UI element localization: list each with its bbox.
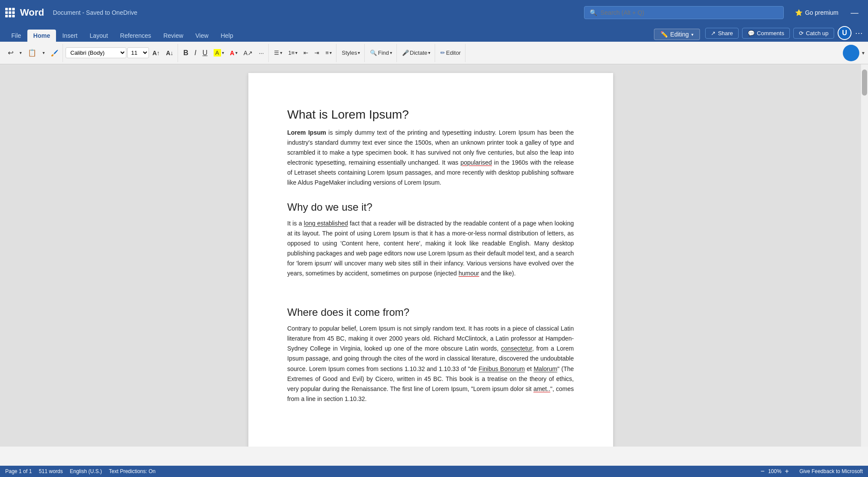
search-input[interactable] — [601, 9, 778, 16]
document-area: What is Lorem Ipsum? Lorem Ipsum is simp… — [0, 64, 868, 447]
dictate-button[interactable]: 🎤 Dictate ▾ — [399, 48, 433, 58]
catchup-button[interactable]: ⟳ Catch up — [793, 28, 834, 39]
bold-button[interactable]: B — [181, 47, 191, 59]
ribbon-tabs: File Home Insert Layout References Revie… — [0, 25, 868, 42]
text-effects-button[interactable]: A↗ — [241, 48, 255, 58]
font-name-select[interactable]: Calibri (Body) — [66, 47, 126, 58]
language: English (U.S.) — [70, 468, 102, 474]
search-box[interactable]: 🔍 — [584, 6, 784, 19]
tab-layout[interactable]: Layout — [83, 30, 114, 42]
tab-references[interactable]: References — [114, 30, 158, 42]
font-color-button[interactable]: A▾ — [228, 48, 240, 58]
doc-title: Document - Saved to OneDrive — [53, 9, 584, 16]
editor-button[interactable]: ✏ Editor — [438, 48, 463, 58]
bullets-button[interactable]: ☰▾ — [271, 48, 285, 58]
outdent-button[interactable]: ⇤ — [301, 48, 311, 58]
find-button[interactable]: 🔍 Find ▾ — [367, 48, 394, 58]
zoom-in-button[interactable]: + — [785, 467, 789, 475]
tab-review[interactable]: Review — [157, 30, 189, 42]
crown-icon: ⭐ — [795, 9, 802, 16]
paste-dropdown[interactable]: ▾ — [40, 49, 47, 57]
highlight-button[interactable]: A▾ — [211, 47, 227, 58]
align-button[interactable]: ≡▾ — [323, 48, 334, 58]
scrollbar-thumb[interactable] — [862, 70, 867, 96]
increase-font-button[interactable]: A↑ — [150, 48, 162, 58]
italic-button[interactable]: I — [192, 47, 199, 59]
lorem-ipsum-bold: Lorem Ipsum — [287, 129, 326, 136]
para-why: It is a long established fact that a rea… — [287, 219, 574, 279]
tab-insert[interactable]: Insert — [56, 30, 83, 42]
chevron-down-icon: ▾ — [691, 32, 693, 37]
editing-button[interactable]: ✏️ Editing ▾ — [654, 29, 700, 40]
underline-button[interactable]: U — [200, 47, 210, 59]
zoom-out-button[interactable]: − — [761, 467, 765, 475]
pencil-icon: ✏️ — [660, 31, 668, 38]
catchup-icon: ⟳ — [799, 30, 804, 36]
decrease-font-button[interactable]: A↓ — [163, 48, 176, 58]
para-lorem-ipsum: Lorem Ipsum is simply dummy text of the … — [287, 128, 574, 188]
comment-icon: 💬 — [748, 30, 755, 36]
grid-icon[interactable] — [5, 8, 15, 17]
paste-button[interactable]: 📋 — [25, 47, 39, 59]
more-options-icon[interactable]: ⋯ — [855, 28, 863, 38]
humour-underline: humour — [459, 270, 479, 277]
font-size-select[interactable]: 11 — [127, 47, 149, 58]
heading-why: Why do we use it? — [287, 201, 574, 213]
toolbar: ↩ ▾ 📋 ▾ 🖌️ Calibri (Body) 11 A↑ A↓ B I U… — [0, 42, 868, 64]
microphone-icon: 🎤 — [402, 50, 409, 56]
feedback-link[interactable]: Give Feedback to Microsoft — [799, 468, 863, 474]
comments-button[interactable]: 💬 Comments — [742, 28, 790, 39]
search-icon: 🔍 — [590, 9, 597, 16]
malorum-underline: Malorum — [534, 365, 557, 372]
styles-button[interactable]: Styles ▾ — [339, 48, 363, 58]
tab-file[interactable]: File — [5, 30, 27, 42]
long-established-underline: long established — [304, 220, 348, 227]
zoom-level: 100% — [768, 468, 782, 474]
undo-dropdown[interactable]: ▾ — [17, 49, 24, 57]
consectetur-underline: consectetur — [501, 345, 532, 352]
find-icon: 🔍 — [370, 50, 377, 56]
go-premium-button[interactable]: ⭐ Go premium — [791, 7, 843, 19]
avatar-toolbar[interactable]: 👤 — [843, 45, 859, 61]
numbering-button[interactable]: 1≡▾ — [286, 48, 300, 58]
tab-home[interactable]: Home — [27, 30, 56, 42]
text-predictions: Text Predictions: On — [109, 468, 155, 474]
statusbar: Page 1 of 1 511 words English (U.S.) Tex… — [0, 466, 868, 477]
indent-button[interactable]: ⇥ — [312, 48, 322, 58]
finibus-underline: Finibus Bonorum — [479, 365, 525, 372]
more-format-button[interactable]: ··· — [256, 48, 267, 58]
share-icon: ↗ — [711, 30, 716, 36]
page-info: Page 1 of 1 — [5, 468, 32, 474]
chevron-icon[interactable]: ▾ — [862, 50, 865, 56]
heading-lorem-ipsum: What is Lorem Ipsum? — [287, 108, 574, 122]
popularised-underline: popularised — [461, 159, 492, 166]
share-button[interactable]: ↗ Share — [705, 28, 739, 39]
tab-view[interactable]: View — [189, 30, 215, 42]
format-painter-button[interactable]: 🖌️ — [48, 48, 61, 58]
editor-icon: ✏ — [440, 50, 445, 56]
minimize-button[interactable]: — — [846, 7, 863, 19]
word-count: 511 words — [39, 468, 63, 474]
app-name: Word — [20, 7, 44, 18]
para-where: Contrary to popular belief, Lorem Ipsum … — [287, 324, 574, 404]
document-page: What is Lorem Ipsum? Lorem Ipsum is simp… — [248, 73, 613, 447]
avatar[interactable]: U — [838, 26, 851, 40]
titlebar: Word Document - Saved to OneDrive 🔍 ⭐ Go… — [0, 0, 868, 25]
heading-where: Where does it come from? — [287, 306, 574, 318]
vertical-scrollbar[interactable] — [861, 64, 868, 447]
amet-underline: amet.. — [533, 385, 550, 392]
undo-button[interactable]: ↩ — [5, 47, 16, 59]
tab-help[interactable]: Help — [215, 30, 239, 42]
